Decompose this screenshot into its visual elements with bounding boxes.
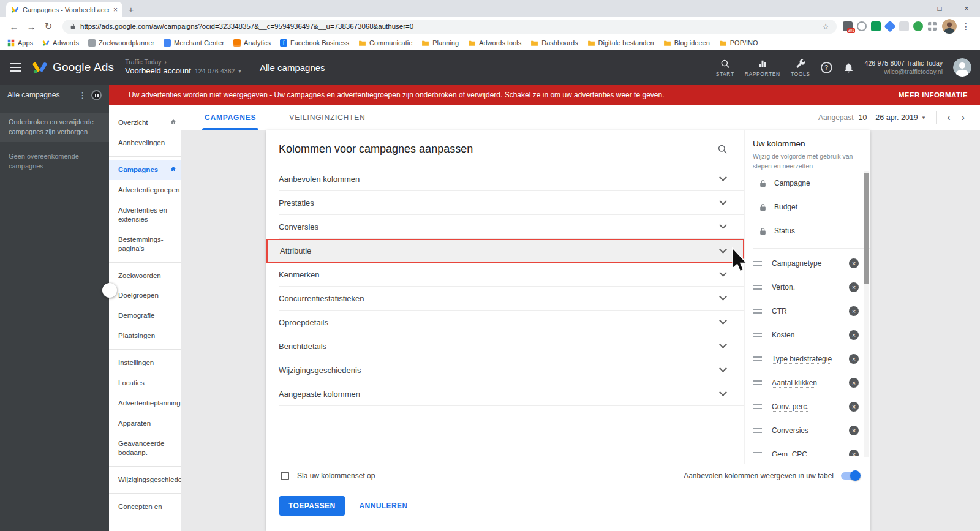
drag-handle-icon[interactable] (753, 452, 762, 456)
bookmark-folder[interactable]: Digitale bestanden (587, 39, 654, 47)
tab-close-icon[interactable]: × (113, 6, 118, 14)
collapse-sidebar-button[interactable] (102, 283, 117, 298)
url-bar[interactable]: https://ads.google.com/aw/campaigns?ocid… (62, 20, 837, 34)
sidebar-item-aanbevelingen[interactable]: Aanbevelingen (109, 133, 181, 153)
drag-handle-icon[interactable] (753, 285, 762, 290)
sidebar-item-advertentiegroepen[interactable]: Advertentiegroepen (109, 180, 181, 200)
recommended-columns-toggle[interactable] (841, 472, 859, 480)
sidebar-item-locaties[interactable]: Locaties (109, 373, 181, 393)
drag-handle-icon[interactable] (753, 261, 762, 266)
notifications-bell-icon[interactable] (843, 62, 854, 73)
remove-column-icon[interactable]: × (849, 354, 859, 364)
extension-icon[interactable] (928, 22, 937, 31)
refresh-button[interactable]: ↻ (40, 21, 56, 32)
bookmark-item[interactable]: Adwords (42, 39, 79, 47)
account-breadcrumb[interactable]: Traffic Today › Voorbeeld account 124-07… (125, 58, 241, 76)
sidebar-item-instellingen[interactable]: Instellingen (109, 353, 181, 373)
sidebar-item-plaatsingen[interactable]: Plaatsingen (109, 326, 181, 346)
sidebar-item-campagnes[interactable]: Campagnes (109, 160, 181, 180)
chevron-down-icon[interactable]: ▾ (922, 115, 925, 121)
bookmark-item[interactable]: Merchant Center (164, 39, 224, 47)
section-oproepdetails[interactable]: Oproepdetails (279, 311, 744, 334)
bookmark-folder[interactable]: Planning (421, 39, 459, 47)
campaigns-panel-title[interactable]: Alle campagnes (7, 91, 74, 99)
next-period-button[interactable]: › (956, 112, 970, 123)
sidebar-item-demografie[interactable]: Demografie (109, 306, 181, 326)
remove-column-icon[interactable]: × (849, 330, 859, 340)
bookmark-item[interactable]: Zoekwoordplanner (88, 39, 154, 47)
remove-column-icon[interactable]: × (849, 402, 859, 412)
sidebar-item-advertentieplanning[interactable]: Advertentieplanning (109, 393, 181, 413)
new-tab-button[interactable]: + (123, 2, 140, 17)
column-item[interactable]: Conversies × (753, 419, 859, 443)
bookmark-folder[interactable]: Blog ideeen (663, 39, 710, 47)
drag-handle-icon[interactable] (753, 356, 762, 361)
section-prestaties[interactable]: Prestaties (279, 191, 744, 215)
drag-handle-icon[interactable] (753, 404, 762, 409)
drag-handle-icon[interactable] (753, 380, 762, 385)
remove-column-icon[interactable]: × (849, 306, 859, 316)
back-button[interactable]: ← (6, 21, 22, 32)
panel-menu-icon[interactable]: ⋮ (78, 91, 86, 100)
section-aanbevolen-kolommen[interactable]: Aanbevolen kolommen (279, 167, 744, 191)
extension-icon[interactable] (884, 20, 895, 32)
sidebar-item-zoekwoorden[interactable]: Zoekwoorden (109, 266, 181, 286)
save-column-set-checkbox[interactable] (281, 472, 289, 480)
bookmark-folder[interactable]: Adwords tools (468, 39, 521, 47)
search-icon[interactable] (717, 143, 728, 155)
campaign-status-filter-icon[interactable] (91, 90, 102, 100)
google-ads-logo[interactable]: Google Ads (32, 59, 114, 75)
hamburger-menu-icon[interactable] (0, 67, 32, 68)
extension-icon[interactable] (913, 21, 923, 31)
window-minimize-button[interactable]: – (899, 0, 926, 17)
browser-profile-avatar[interactable] (942, 19, 957, 34)
bookmark-star-icon[interactable]: ☆ (822, 22, 829, 31)
previous-period-button[interactable]: ‹ (941, 112, 956, 123)
sidebar-item-apparaten[interactable]: Apparaten (109, 413, 181, 434)
section-conversies[interactable]: Conversies (279, 215, 744, 239)
user-avatar[interactable] (953, 58, 971, 77)
sidebar-item-concepten[interactable]: Concepten en (109, 497, 181, 517)
more-info-link[interactable]: MEER INFORMATIE (899, 91, 968, 99)
remove-column-icon[interactable]: × (849, 450, 859, 456)
chevron-down-icon[interactable]: ▾ (238, 68, 241, 75)
tools-button[interactable]: TOOLS (791, 58, 810, 77)
sidebar-item-doelgroepen[interactable]: Doelgroepen (109, 285, 181, 306)
column-item[interactable]: Verton. × (753, 276, 859, 299)
drag-handle-icon[interactable] (753, 309, 762, 314)
column-item[interactable]: Campagnetype × (753, 252, 859, 276)
bookmark-folder[interactable]: Communicatie (358, 39, 412, 47)
section-attributie[interactable]: Attributie (266, 239, 744, 263)
column-item[interactable]: Gem. CPC × (753, 443, 859, 456)
breadcrumb-root[interactable]: Traffic Today (125, 58, 161, 66)
bookmark-item[interactable]: f Facebook Business (280, 39, 349, 47)
forward-button[interactable]: → (23, 21, 39, 32)
sidebar-item-advertenties-en-extensies[interactable]: Advertenties en extensies (109, 200, 181, 230)
scrollbar-thumb[interactable] (864, 173, 869, 284)
column-item[interactable]: Aantal klikken × (753, 371, 859, 395)
apply-button[interactable]: TOEPASSEN (279, 496, 345, 516)
window-close-button[interactable]: × (953, 0, 980, 17)
remove-column-icon[interactable]: × (849, 378, 859, 388)
extension-icon[interactable] (871, 21, 881, 31)
extension-icon[interactable] (857, 21, 867, 31)
browser-menu-icon[interactable]: ⋮ (958, 21, 974, 31)
reports-button[interactable]: RAPPORTEN (745, 58, 780, 77)
cancel-button[interactable]: ANNULEREN (352, 496, 415, 516)
bookmark-folder[interactable]: Dashboards (530, 39, 578, 47)
section-wijzigingsgeschiedenis[interactable]: Wijzigingsgeschiedenis (279, 358, 744, 382)
window-maximize-button[interactable]: □ (926, 0, 953, 17)
tab-veilinginzichten[interactable]: VEILINGINZICHTEN (287, 105, 368, 130)
remove-column-icon[interactable]: × (849, 282, 859, 292)
help-icon[interactable]: ? (821, 62, 832, 73)
section-aangepaste-kolommen[interactable]: Aangepaste kolommen (279, 382, 744, 406)
start-search-button[interactable]: START (716, 58, 734, 77)
sidebar-item-wijzigingsgeschiedenis[interactable]: Wijzigingsgeschieden (109, 470, 181, 490)
sidebar-item-bestemmingspaginas[interactable]: Bestemmings-pagina's (109, 230, 181, 259)
tab-campagnes[interactable]: CAMPAGNES (202, 105, 258, 130)
column-item[interactable]: Conv. perc. × (753, 395, 859, 419)
drag-handle-icon[interactable] (753, 428, 762, 433)
date-range-value[interactable]: 10 – 26 apr. 2019 (859, 113, 918, 122)
drag-handle-icon[interactable] (753, 333, 762, 337)
column-item[interactable]: CTR × (753, 299, 859, 323)
